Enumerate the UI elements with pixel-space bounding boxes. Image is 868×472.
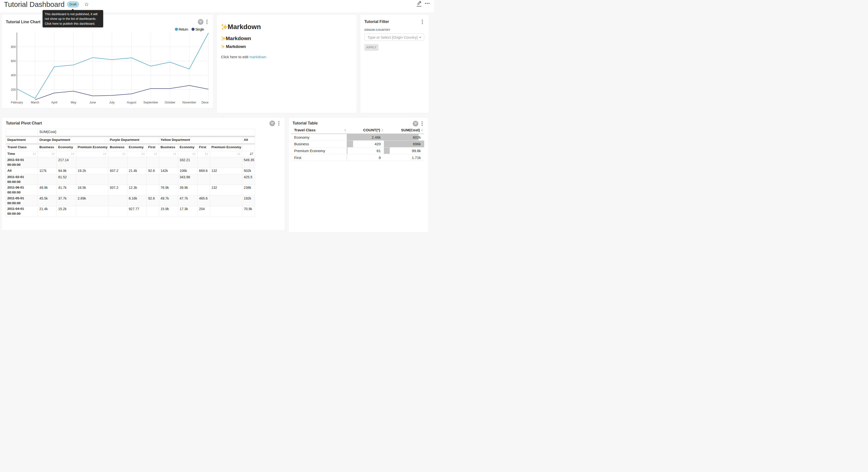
- svg-text:200: 200: [11, 88, 16, 91]
- svg-text:October: October: [164, 101, 175, 104]
- svg-text:600: 600: [11, 59, 16, 63]
- svg-text:March: March: [31, 101, 39, 104]
- svg-text:August: August: [127, 101, 136, 104]
- svg-text:February: February: [11, 101, 23, 104]
- svg-text:May: May: [71, 101, 76, 104]
- svg-text:November: November: [182, 101, 196, 104]
- svg-text:400: 400: [11, 73, 16, 77]
- svg-text:December: December: [202, 101, 209, 104]
- svg-text:June: June: [90, 101, 96, 104]
- svg-text:July: July: [109, 101, 115, 104]
- svg-text:800: 800: [11, 45, 16, 49]
- svg-text:September: September: [144, 101, 158, 104]
- svg-text:April: April: [51, 101, 58, 104]
